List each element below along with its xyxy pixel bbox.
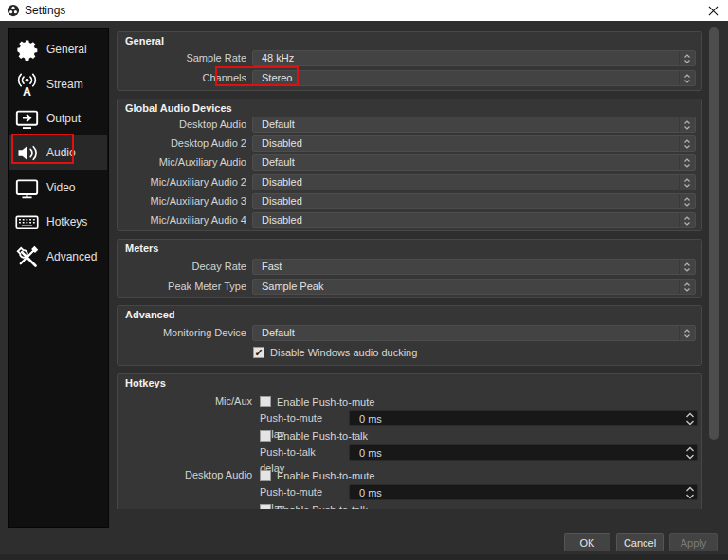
sample-rate-select[interactable]: 48 kHz <box>252 50 696 66</box>
sidebar-item-label: Output <box>46 112 81 125</box>
mic-aux-audio-select[interactable]: Default <box>252 154 696 171</box>
scrollbar-track[interactable] <box>708 25 719 509</box>
hotkey-group-label: Mic/Aux <box>118 395 252 407</box>
gear-icon <box>14 37 40 63</box>
sidebar-item-audio[interactable]: Audio <box>9 135 107 170</box>
section-global-audio-devices: Global Audio Devices Desktop Audio Defau… <box>117 99 702 231</box>
form-row-mic-aux-audio-2: Mic/Auxiliary Audio 2 Disabled <box>118 174 701 190</box>
sidebar-item-output[interactable]: Output <box>9 101 107 135</box>
section-meters: Meters Decay Rate Fast Peak Meter Type S… <box>117 239 702 298</box>
spinner-arrows-icon <box>683 445 697 460</box>
enable-push-to-mute-checkbox[interactable] <box>260 470 271 481</box>
form-row-sample-rate: Sample Rate 48 kHz <box>118 50 701 66</box>
spinner-arrows-icon <box>679 155 695 170</box>
section-title: Advanced <box>125 309 175 320</box>
enable-push-to-talk-checkbox[interactable] <box>260 504 271 510</box>
push-to-mute-delay-input[interactable]: 0 ms <box>349 410 698 426</box>
mic-aux-audio-3-select[interactable]: Disabled <box>252 193 696 209</box>
sidebar-item-label: Video <box>46 181 75 194</box>
ok-button[interactable]: OK <box>564 533 610 551</box>
svg-text:A: A <box>23 84 31 97</box>
section-title: Hotkeys <box>125 377 166 388</box>
section-general: General Sample Rate 48 kHz Channels Ster… <box>117 31 702 91</box>
sidebar-item-stream[interactable]: A Stream <box>9 67 107 101</box>
desktop-audio-2-select[interactable]: Disabled <box>252 135 696 152</box>
settings-window: Settings General A <box>0 0 728 560</box>
keyboard-icon <box>14 209 40 235</box>
spinner-arrows-icon <box>683 485 697 499</box>
sidebar-item-label: Advanced <box>46 250 97 263</box>
form-row-micaux-push-to-talk: Enable Push-to-talk <box>260 429 368 442</box>
form-row-micaux-mute-delay: Push-to-mute delay 0 ms <box>118 410 701 426</box>
field-label: Channels <box>118 70 246 86</box>
field-label: Decay Rate <box>118 259 246 275</box>
push-to-mute-delay-input[interactable]: 0 ms <box>349 484 698 500</box>
decay-rate-select[interactable]: Fast <box>252 259 696 275</box>
enable-push-to-talk-checkbox[interactable] <box>260 430 271 442</box>
antenna-icon: A <box>14 72 40 98</box>
apply-button[interactable]: Apply <box>669 533 718 551</box>
spinner-arrows-icon <box>683 411 697 425</box>
spinner-arrows-icon <box>679 117 695 132</box>
mic-aux-audio-2-select[interactable]: Disabled <box>252 174 696 190</box>
form-row-desktop-push-to-mute: Enable Push-to-mute <box>260 469 374 481</box>
spinner-arrows-icon <box>679 213 695 227</box>
checkbox-label: Enable Push-to-talk <box>277 504 368 510</box>
spinner-arrows-icon <box>679 326 695 340</box>
sidebar-item-hotkeys[interactable]: Hotkeys <box>9 205 107 239</box>
monitor-arrow-icon <box>14 106 40 132</box>
section-hotkeys: Hotkeys Mic/Aux Enable Push-to-mute Push… <box>117 373 702 509</box>
close-icon[interactable] <box>705 3 720 18</box>
form-row-channels: Channels Stereo <box>118 70 701 86</box>
cancel-button[interactable]: Cancel <box>616 533 664 551</box>
enable-push-to-mute-checkbox[interactable] <box>260 396 271 407</box>
form-row-peak-meter-type: Peak Meter Type Sample Peak <box>118 279 701 295</box>
field-label: Desktop Audio 2 <box>118 135 246 152</box>
form-row-micaux-talk-delay: Push-to-talk delay 0 ms <box>118 444 701 461</box>
tools-icon <box>14 244 40 270</box>
field-label: Mic/Auxiliary Audio <box>118 154 246 171</box>
push-to-talk-delay-input[interactable]: 0 ms <box>349 444 698 461</box>
checkbox-label: Enable Push-to-mute <box>277 470 374 481</box>
desktop-audio-select[interactable]: Default <box>252 117 696 133</box>
sidebar-item-general[interactable]: General <box>9 32 107 66</box>
form-row-desktop-audio: Desktop Audio Default <box>118 117 701 133</box>
spinner-arrows-icon <box>679 194 695 208</box>
sidebar-item-label: Stream <box>46 78 83 91</box>
scrollbar-thumb[interactable] <box>709 27 719 440</box>
spinner-arrows-icon <box>679 175 695 190</box>
peak-meter-type-select[interactable]: Sample Peak <box>252 279 696 295</box>
form-row-desktop-mute-delay: Push-to-mute delay 0 ms <box>118 484 701 500</box>
monitor-icon <box>14 175 40 201</box>
form-row-audio-ducking: ✓ Disable Windows audio ducking <box>253 346 417 358</box>
field-label: Mic/Auxiliary Audio 3 <box>118 193 246 209</box>
spinner-arrows-icon <box>679 71 695 85</box>
checkbox-label: Disable Windows audio ducking <box>270 347 417 358</box>
section-title: Global Audio Devices <box>125 102 232 114</box>
channels-select[interactable]: Stereo <box>252 70 696 86</box>
section-title: General <box>125 35 164 46</box>
sidebar-item-label: General <box>46 43 87 56</box>
sidebar-item-advanced[interactable]: Advanced <box>9 240 107 274</box>
form-row-mic-aux-audio-4: Mic/Auxiliary Audio 4 Disabled <box>118 212 701 228</box>
field-label: Mic/Auxiliary Audio 4 <box>118 212 246 228</box>
mic-aux-audio-4-select[interactable]: Disabled <box>252 212 696 228</box>
settings-category-list: General A Stream Output <box>8 28 109 528</box>
spinner-arrows-icon <box>679 136 695 151</box>
field-label: Mic/Auxiliary Audio 2 <box>118 174 246 190</box>
monitoring-device-select[interactable]: Default <box>252 325 696 341</box>
checkbox-label: Enable Push-to-mute <box>277 396 374 407</box>
disable-audio-ducking-checkbox[interactable]: ✓ <box>253 347 264 358</box>
spinner-arrows-icon <box>679 280 695 294</box>
form-row-decay-rate: Decay Rate Fast <box>118 259 701 275</box>
spinner-arrows-icon <box>679 51 695 65</box>
sidebar-item-video[interactable]: Video <box>9 171 107 205</box>
window-title: Settings <box>25 4 65 17</box>
form-row-micaux-push-to-mute: Enable Push-to-mute <box>260 395 374 407</box>
section-title: Meters <box>125 243 158 254</box>
form-row-desktop-push-to-talk: Enable Push-to-talk <box>260 503 368 509</box>
field-label: Desktop Audio <box>118 117 246 133</box>
sidebar-item-label: Audio <box>46 146 76 159</box>
field-label: Monitoring Device <box>118 325 246 341</box>
sidebar-item-label: Hotkeys <box>46 215 87 228</box>
